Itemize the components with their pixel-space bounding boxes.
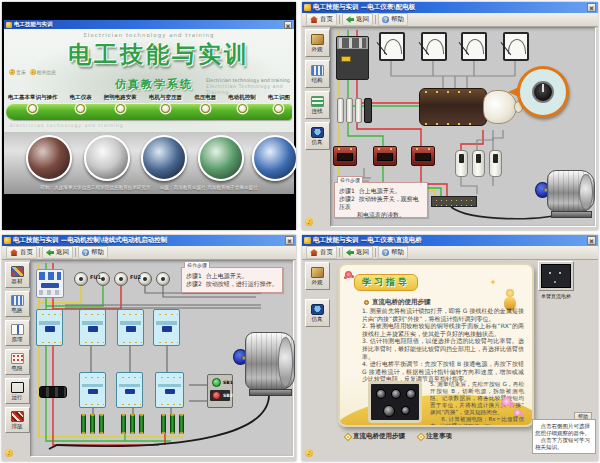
app-icon (304, 237, 311, 244)
start-button[interactable] (212, 378, 221, 387)
fuse-link-3[interactable] (489, 150, 502, 177)
back-button[interactable]: 返回 (342, 13, 373, 26)
guide-heading-row: 直流电桥的使用步骤 (364, 298, 431, 307)
sidebar-appearance-button[interactable]: 外观 (305, 262, 330, 290)
help-button[interactable]: ?帮助 (78, 246, 108, 259)
close-button[interactable]: × (284, 21, 292, 29)
back-arrow-icon (346, 249, 354, 256)
sidebar-appearance-button[interactable]: 外观 (305, 29, 330, 57)
fuse-link-2[interactable] (472, 150, 485, 177)
switch-terminals (339, 38, 366, 48)
credit-line: 研制：大连海事大学信息工程学院信息教育技术研究所 出版：高等教育出版社 高等教育… (4, 185, 294, 190)
screenshot-collage: 电工技能与实训 × Electrician technology and tra… (0, 0, 600, 463)
menu-bullet-icon[interactable] (274, 104, 283, 113)
help-icon: ? (82, 249, 89, 256)
steps-tab: 操作步骤 (337, 176, 363, 183)
fuse-tube-2[interactable] (346, 98, 353, 123)
camera-icon (11, 382, 24, 393)
circuit-breaker[interactable] (36, 269, 64, 298)
main-switch[interactable] (336, 36, 369, 80)
title-bar[interactable]: 电工技能与实训 —电工仪表\配电板 × (302, 2, 598, 13)
music-toggle-icon[interactable]: ♪ (305, 449, 313, 457)
screw-fuse-1[interactable] (74, 272, 88, 286)
menu-item-drawings[interactable]: 电工识图 (268, 94, 290, 113)
home-icon (310, 249, 318, 256)
panel-splash-screen: 电工技能与实训 × Electrician technology and tra… (2, 2, 296, 230)
motor-base (249, 389, 292, 396)
stop-button-row: SB2 (210, 390, 230, 401)
home-icon (10, 249, 18, 256)
close-button[interactable]: × (285, 236, 294, 245)
menu-item-motor-control[interactable]: 电动机控制 (228, 94, 256, 113)
music-toggle-icon[interactable]: ♪ (5, 449, 13, 457)
menu-bullet-icon[interactable] (161, 104, 170, 113)
menu-bullet-icon[interactable] (201, 104, 210, 113)
help-button[interactable]: ?帮助 (378, 13, 408, 26)
sidebar-principle-button[interactable]: 原理 (5, 320, 30, 346)
screw-fuse-3[interactable] (114, 272, 128, 286)
menu-item-motors-transformers[interactable]: 电机与变压器 (149, 94, 182, 113)
switch-handle[interactable] (341, 56, 351, 62)
title-bar[interactable]: 电工技能与实训 —电工仪表\直流电桥 × (302, 235, 598, 246)
back-button[interactable]: 返回 (342, 246, 373, 259)
help-icon: ? (382, 249, 389, 256)
menu-item-lighting[interactable]: 照明电路安装 (104, 94, 137, 113)
music-toggle[interactable]: ♪ 音乐 (9, 69, 26, 75)
menu-item-basics[interactable]: 电工基本常识与操作 (8, 94, 58, 113)
breaker-handle[interactable] (41, 283, 59, 288)
menu-item-instruments[interactable]: 电工仪表 (70, 94, 92, 113)
neutral-link (364, 98, 372, 123)
sidebar-wiring-button[interactable]: 连线 (305, 91, 330, 119)
back-button[interactable]: 返回 (42, 246, 73, 259)
app-logo-subtitle: 仿真教学系统 (96, 77, 212, 92)
menu-item-lv-apparatus[interactable]: 低压电器 (194, 94, 216, 113)
sidebar-troubleshoot-button[interactable]: 排故 (5, 407, 30, 433)
link-usage-steps[interactable]: 直流电桥使用步骤 (346, 432, 405, 441)
link-precautions[interactable]: 注意事项 (419, 432, 452, 441)
title-bar[interactable]: 电工技能与实训 —电动机控制\绕线式电动机启动控制 × (2, 235, 296, 246)
help-button[interactable]: ?帮助 (378, 246, 408, 259)
sidebar-simulation-button[interactable]: 仿真 (305, 299, 330, 327)
sidebar-resistor-button[interactable]: 电阻 (5, 349, 30, 375)
title-bar[interactable]: 电工技能与实训 × (4, 20, 294, 29)
home-button[interactable]: 首页 (306, 13, 337, 26)
selector-knob[interactable] (532, 81, 554, 103)
component-thumbnail[interactable] (538, 261, 574, 291)
toolbar-separator (375, 248, 376, 257)
sidebar-simulation-button[interactable]: 仿真 (305, 122, 330, 150)
close-button[interactable]: × (587, 3, 596, 12)
photo-band: 研制：大连海事大学信息工程学院信息教育技术研究所 出版：高等教育出版社 高等教育… (4, 132, 294, 194)
toolbar: 首页 返回 ?帮助 (2, 246, 296, 260)
menu-bullet-icon[interactable] (238, 104, 247, 113)
menu-bullet-icon[interactable] (116, 104, 125, 113)
sidebar-equipment-button[interactable]: 器材 (5, 262, 30, 288)
pink-flower-icon (502, 397, 511, 406)
sidebar-structure-button[interactable]: 结构 (305, 60, 330, 88)
photo-components (252, 135, 296, 181)
flower-icon (345, 271, 352, 278)
current-transformer-3 (411, 146, 435, 166)
fuse-tube-3[interactable] (355, 98, 362, 123)
screw-fuse-5[interactable] (156, 272, 170, 286)
back-arrow-icon (46, 249, 54, 256)
fuse-tube-1[interactable] (337, 98, 344, 123)
close-button[interactable]: × (587, 236, 596, 245)
bridge-knob (383, 405, 395, 417)
stop-button[interactable] (212, 391, 221, 400)
motor-base (551, 211, 592, 218)
window-title: 电工技能与实训 —电工仪表\配电板 (313, 3, 585, 12)
menu-bullet-icon[interactable] (28, 104, 37, 113)
sidebar-run-button[interactable]: 运行 (5, 378, 30, 404)
music-toggle-icon[interactable]: ♪ (305, 218, 313, 226)
operation-steps-box: 操作步骤 步骤1 合上电源开关。 步骤2 按动按钮，进行运行操作。 (181, 267, 283, 293)
fuse-link-1[interactable] (455, 150, 468, 177)
terminal-strip (431, 196, 477, 207)
sidebar-circuit-button[interactable]: 电路 (5, 291, 30, 317)
home-button[interactable]: 首页 (306, 246, 337, 259)
package-icon (311, 34, 324, 45)
stop-label: SB2 (223, 393, 233, 398)
home-button[interactable]: 首页 (6, 246, 37, 259)
motor (535, 170, 595, 218)
menu-bullet-icon[interactable] (76, 104, 85, 113)
letterbox-bottom (2, 194, 296, 230)
